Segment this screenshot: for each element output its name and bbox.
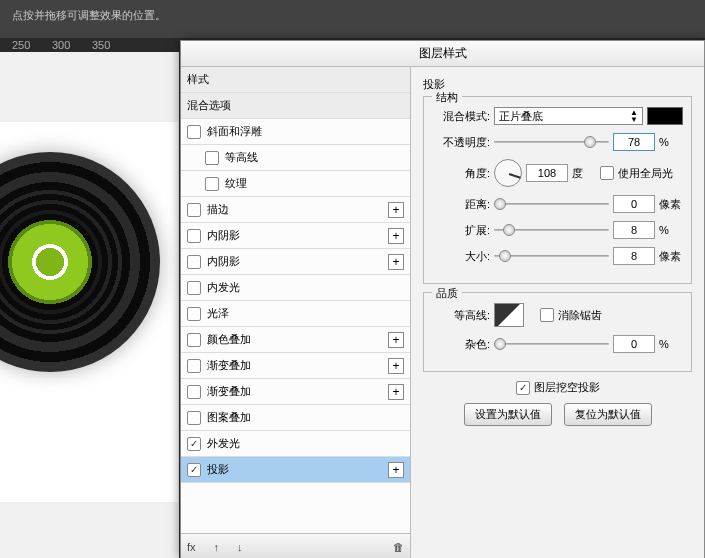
size-label: 大小: bbox=[432, 249, 490, 264]
noise-input[interactable] bbox=[613, 335, 655, 353]
add-icon[interactable]: + bbox=[388, 228, 404, 244]
style-bevel[interactable]: 斜面和浮雕 bbox=[181, 119, 410, 145]
blending-options[interactable]: 混合选项 bbox=[181, 93, 410, 119]
distance-label: 距离: bbox=[432, 197, 490, 212]
dialog-title: 图层样式 bbox=[181, 41, 704, 67]
spread-slider[interactable] bbox=[494, 221, 609, 239]
structure-legend: 结构 bbox=[432, 90, 462, 105]
noise-slider[interactable] bbox=[494, 335, 609, 353]
global-light-label: 使用全局光 bbox=[618, 166, 673, 181]
checkbox[interactable] bbox=[187, 359, 201, 373]
quality-legend: 品质 bbox=[432, 286, 462, 301]
move-down-icon[interactable]: ↓ bbox=[237, 541, 243, 553]
style-stroke[interactable]: 描边+ bbox=[181, 197, 410, 223]
ruler-tick: 250 bbox=[12, 39, 30, 51]
angle-label: 角度: bbox=[432, 166, 490, 181]
checkbox[interactable] bbox=[187, 437, 201, 451]
hint-text: 点按并拖移可调整效果的位置。 bbox=[12, 8, 693, 23]
styles-list: 样式 混合选项 斜面和浮雕 等高线 纹理 描边+ 内阴影+ 内阴影+ 内发光 光… bbox=[181, 67, 410, 533]
fx-menu-icon[interactable]: fx bbox=[187, 541, 196, 553]
add-icon[interactable]: + bbox=[388, 202, 404, 218]
spread-label: 扩展: bbox=[432, 223, 490, 238]
layer-style-dialog: 图层样式 样式 混合选项 斜面和浮雕 等高线 纹理 描边+ 内阴影+ 内阴影+ … bbox=[180, 40, 705, 558]
quality-fieldset: 品质 等高线: 消除锯齿 杂色: % bbox=[423, 292, 692, 372]
distance-input[interactable] bbox=[613, 195, 655, 213]
opacity-slider[interactable] bbox=[494, 133, 609, 151]
ruler-tick: 300 bbox=[52, 39, 70, 51]
styles-panel: 样式 混合选项 斜面和浮雕 等高线 纹理 描边+ 内阴影+ 内阴影+ 内发光 光… bbox=[181, 67, 411, 558]
checkbox[interactable] bbox=[205, 151, 219, 165]
chevron-updown-icon: ▲▼ bbox=[630, 109, 638, 123]
reset-default-button[interactable]: 复位为默认值 bbox=[564, 403, 652, 426]
shadow-color-swatch[interactable] bbox=[647, 107, 683, 125]
add-icon[interactable]: + bbox=[388, 384, 404, 400]
vinyl-disc-artwork bbox=[0, 152, 160, 372]
knockout-label: 图层挖空投影 bbox=[534, 380, 600, 395]
antialias-checkbox[interactable] bbox=[540, 308, 554, 322]
checkbox[interactable] bbox=[187, 385, 201, 399]
add-icon[interactable]: + bbox=[388, 358, 404, 374]
make-default-button[interactable]: 设置为默认值 bbox=[464, 403, 552, 426]
checkbox[interactable] bbox=[187, 463, 201, 477]
knockout-checkbox[interactable] bbox=[516, 381, 530, 395]
style-gradient-overlay-1[interactable]: 渐变叠加+ bbox=[181, 353, 410, 379]
checkbox[interactable] bbox=[187, 255, 201, 269]
opacity-input[interactable] bbox=[613, 133, 655, 151]
style-texture[interactable]: 纹理 bbox=[181, 171, 410, 197]
contour-picker[interactable] bbox=[494, 303, 524, 327]
style-satin[interactable]: 光泽 bbox=[181, 301, 410, 327]
style-drop-shadow[interactable]: 投影+ bbox=[181, 457, 410, 483]
size-input[interactable] bbox=[613, 247, 655, 265]
size-slider[interactable] bbox=[494, 247, 609, 265]
options-panel: 投影 结构 混合模式: 正片叠底▲▼ 不透明度: % 角度: bbox=[411, 67, 704, 558]
blend-mode-select[interactable]: 正片叠底▲▼ bbox=[494, 107, 643, 125]
add-icon[interactable]: + bbox=[388, 332, 404, 348]
checkbox[interactable] bbox=[187, 333, 201, 347]
global-light-checkbox[interactable] bbox=[600, 166, 614, 180]
move-up-icon[interactable]: ↑ bbox=[214, 541, 220, 553]
style-pattern-overlay[interactable]: 图案叠加 bbox=[181, 405, 410, 431]
checkbox[interactable] bbox=[187, 203, 201, 217]
blend-mode-label: 混合模式: bbox=[432, 109, 490, 124]
styles-header[interactable]: 样式 bbox=[181, 67, 410, 93]
style-inner-shadow-1[interactable]: 内阴影+ bbox=[181, 223, 410, 249]
trash-icon[interactable]: 🗑 bbox=[393, 541, 404, 553]
contour-label: 等高线: bbox=[432, 308, 490, 323]
checkbox[interactable] bbox=[187, 229, 201, 243]
checkbox[interactable] bbox=[187, 307, 201, 321]
antialias-label: 消除锯齿 bbox=[558, 308, 602, 323]
checkbox[interactable] bbox=[205, 177, 219, 191]
checkbox[interactable] bbox=[187, 411, 201, 425]
ruler-tick: 350 bbox=[92, 39, 110, 51]
checkbox[interactable] bbox=[187, 125, 201, 139]
style-gradient-overlay-2[interactable]: 渐变叠加+ bbox=[181, 379, 410, 405]
style-inner-glow[interactable]: 内发光 bbox=[181, 275, 410, 301]
add-icon[interactable]: + bbox=[388, 254, 404, 270]
distance-slider[interactable] bbox=[494, 195, 609, 213]
opacity-label: 不透明度: bbox=[432, 135, 490, 150]
spread-input[interactable] bbox=[613, 221, 655, 239]
noise-label: 杂色: bbox=[432, 337, 490, 352]
angle-input[interactable] bbox=[526, 164, 568, 182]
structure-fieldset: 结构 混合模式: 正片叠底▲▼ 不透明度: % 角度: 度 bbox=[423, 96, 692, 284]
section-title: 投影 bbox=[423, 77, 692, 92]
style-inner-shadow-2[interactable]: 内阴影+ bbox=[181, 249, 410, 275]
add-icon[interactable]: + bbox=[388, 462, 404, 478]
app-toolbar: 点按并拖移可调整效果的位置。 bbox=[0, 0, 705, 38]
style-color-overlay[interactable]: 颜色叠加+ bbox=[181, 327, 410, 353]
style-contour[interactable]: 等高线 bbox=[181, 145, 410, 171]
style-outer-glow[interactable]: 外发光 bbox=[181, 431, 410, 457]
canvas-area bbox=[0, 52, 180, 558]
canvas[interactable] bbox=[0, 122, 178, 502]
angle-dial[interactable] bbox=[494, 159, 522, 187]
checkbox[interactable] bbox=[187, 281, 201, 295]
styles-footer: fx ↑ ↓ 🗑 bbox=[181, 533, 410, 558]
